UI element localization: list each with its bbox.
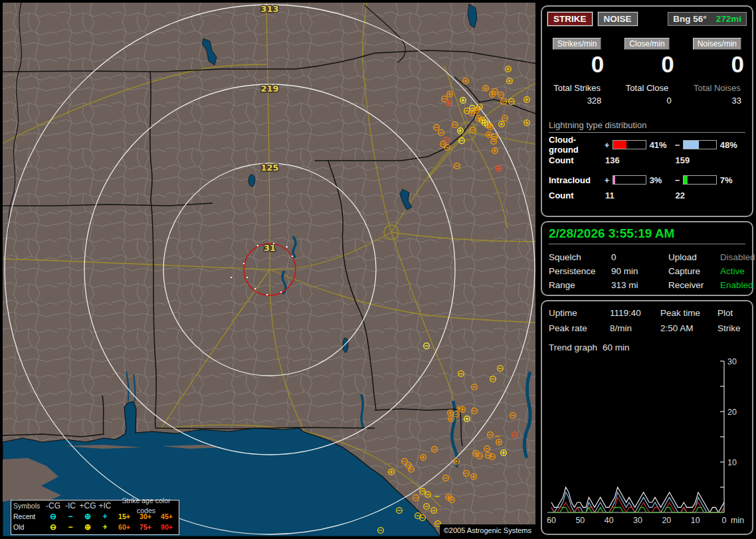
ic-negative-pct: 7%	[720, 175, 745, 185]
noises-per-min-button[interactable]: Noises/min	[693, 38, 741, 50]
trend-x-tick: 10	[691, 516, 700, 525]
noise-toggle-button[interactable]: NOISE	[598, 12, 638, 26]
persistence-label: Persistence	[549, 266, 611, 276]
copyright-label: ©2005 Astrogenic Systems	[440, 524, 535, 536]
trend-series-intracloud	[551, 507, 724, 512]
total-close-label: Total Close	[612, 83, 682, 93]
close-per-min-value: 0	[612, 51, 682, 78]
minus-sign: −	[675, 175, 683, 185]
strike-toggle-button[interactable]: STRIKE	[547, 12, 593, 26]
ring-label-313: 313	[260, 4, 278, 14]
ic-positive-bar	[613, 175, 646, 185]
legend-age-code: 45+	[156, 512, 177, 522]
close-per-min-button[interactable]: Close/min	[624, 38, 669, 50]
legend-age-code: 75+	[135, 522, 156, 532]
count-label: Count	[549, 191, 605, 200]
lightning-detector-window: 31321912531 Symbols -CG -IC +CG +IC Stri…	[0, 0, 756, 539]
intracloud-label: Intracloud	[549, 175, 605, 185]
total-noises-label: Total Noises	[682, 83, 752, 93]
cloud-ground-count-row: Count 136 159	[549, 155, 745, 165]
trend-x-tick: 60	[547, 516, 556, 525]
noises-counter-column: Noises/min 0 Total Noises 33	[682, 38, 752, 106]
uptime-value: 1119:40	[610, 308, 660, 318]
trend-x-tick: 30	[633, 516, 642, 525]
strikes-per-min-button[interactable]: Strikes/min	[553, 38, 601, 50]
legend-col-pos-cg: +CG	[79, 501, 96, 511]
strikes-per-min-value: 0	[542, 51, 612, 78]
legend-strike-glyph: ⊖	[45, 512, 62, 522]
ring-label-219: 219	[260, 84, 278, 94]
upload-status: Disabled	[720, 252, 755, 262]
ic-negative-bar	[683, 175, 717, 185]
legend-strike-glyph: +	[96, 522, 114, 532]
capture-status: Active	[720, 266, 755, 276]
trend-y-tick: 30	[727, 357, 737, 366]
datetime-display: 2/28/2026 3:55:19 AM	[549, 226, 745, 244]
legend-strike-glyph: −	[62, 512, 79, 522]
ring-label-31: 31	[264, 243, 276, 253]
persistence-value: 90 min	[611, 266, 668, 276]
range-value: 313 mi	[611, 280, 668, 290]
trend-x-tick: 0	[722, 516, 727, 525]
trend-series-total-strikes	[551, 487, 724, 512]
upload-label: Upload	[668, 252, 720, 262]
ic-positive-pct: 3%	[650, 175, 675, 185]
cg-positive-pct: 41%	[650, 140, 675, 150]
rate-counters: Strikes/min 0 Total Strikes 328 Close/mi…	[542, 38, 752, 106]
strikes-counter-column: Strikes/min 0 Total Strikes 328	[542, 38, 612, 106]
intracloud-count-row: Count 11 22	[549, 191, 745, 200]
strike-symbol	[292, 256, 293, 257]
total-strikes-value: 328	[542, 96, 612, 106]
trend-graph-window: 60 min	[603, 343, 630, 352]
legend-col-neg-cg: -CG	[45, 501, 62, 511]
cg-negative-pct: 48%	[720, 140, 745, 150]
legend-age-code: 60+	[114, 522, 135, 532]
strike-symbol	[273, 243, 274, 244]
squelch-label: Squelch	[549, 252, 611, 262]
strike-symbol	[246, 277, 248, 278]
trend-y-tick: 20	[727, 408, 737, 417]
status-panel: STRIKE NOISE Bng 56° 272mi Strikes/min 0…	[539, 0, 756, 539]
noises-per-min-value: 0	[682, 51, 752, 78]
map-legend: Symbols -CG -IC +CG +IC Strike age color…	[11, 500, 179, 535]
counters-box: STRIKE NOISE Bng 56° 272mi Strikes/min 0…	[541, 5, 753, 217]
legend-strike-glyph: +	[96, 512, 114, 522]
legend-age-code: 30+	[135, 512, 156, 522]
trend-graph-label: Trend graph	[549, 343, 597, 352]
strike-symbol	[231, 277, 232, 278]
strike-symbol	[243, 263, 244, 264]
plus-sign: +	[605, 140, 613, 150]
legend-symbols-header: Symbols	[11, 501, 45, 511]
cloud-ground-label: Cloud-ground	[549, 135, 605, 155]
legend-strike-glyph: −	[62, 522, 79, 532]
ic-positive-count: 11	[605, 191, 675, 200]
strike-symbol	[280, 291, 282, 293]
cg-positive-count: 136	[605, 155, 675, 165]
trend-x-tick: 20	[662, 516, 671, 525]
close-counter-column: Close/min 0 Total Close 0	[612, 38, 682, 106]
receiver-label: Receiver	[668, 280, 720, 290]
legend-row-recent: Recent⊖−⊕+15+30+45+	[11, 511, 179, 522]
strike-symbol	[286, 246, 288, 248]
legend-col-neg-ic: -IC	[62, 501, 79, 511]
strike-symbol	[254, 288, 256, 289]
total-strikes-label: Total Strikes	[542, 83, 612, 93]
minus-sign: −	[675, 140, 683, 150]
intracloud-row: Intracloud + 3% − 7%	[549, 175, 745, 185]
legend-strike-glyph: ⊕	[79, 512, 96, 522]
map-canvas: 31321912531	[3, 3, 535, 536]
plot-label: Plot	[717, 308, 745, 318]
total-noises-value: 33	[682, 96, 752, 106]
total-close-value: 0	[612, 96, 682, 106]
trend-x-tick: 40	[605, 516, 614, 525]
trend-x-tick: 50	[575, 516, 585, 525]
legend-age-code: 15+	[114, 512, 135, 522]
distribution-title: Lightning type distribution	[549, 120, 745, 133]
capture-label: Capture	[668, 266, 720, 276]
strike-map[interactable]: 31321912531 Symbols -CG -IC +CG +IC Stri…	[3, 3, 535, 536]
trend-series-positive-cg	[551, 497, 724, 512]
cg-negative-bar	[683, 140, 717, 149]
peak-rate-value: 8/min	[610, 323, 660, 333]
receiver-status: Enabled	[720, 280, 755, 290]
plus-sign: +	[605, 175, 613, 185]
